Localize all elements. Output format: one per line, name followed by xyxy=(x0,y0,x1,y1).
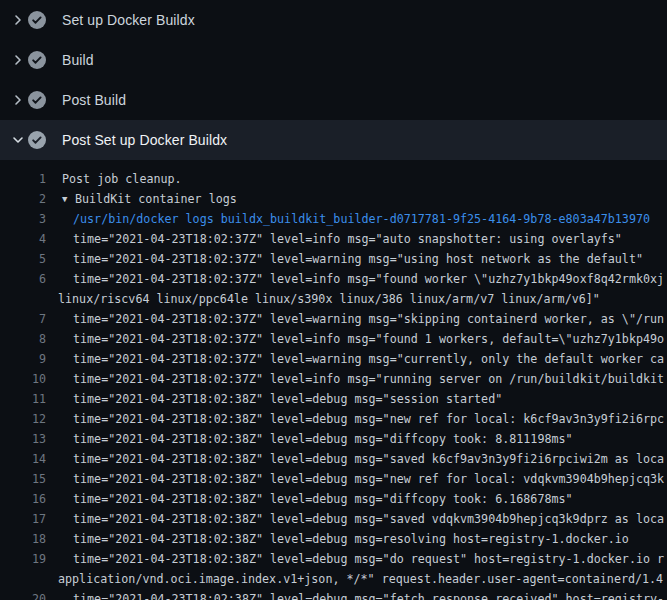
log-text: Post job cleanup. xyxy=(46,169,182,189)
line-number[interactable]: 10 xyxy=(0,369,46,389)
log-line: 10 time="2021-04-23T18:02:37Z" level=inf… xyxy=(0,369,667,389)
log-group-toggle[interactable]: ▼ BuildKit container logs xyxy=(46,189,237,209)
log-text: time="2021-04-23T18:02:37Z" level=info m… xyxy=(46,269,664,289)
line-number[interactable]: 15 xyxy=(0,469,46,489)
check-circle-icon xyxy=(28,91,46,109)
log-line: 2 ▼ BuildKit container logs xyxy=(0,189,667,209)
log-text: time="2021-04-23T18:02:37Z" level=info m… xyxy=(46,329,664,349)
log-text: time="2021-04-23T18:02:37Z" level=info m… xyxy=(46,369,664,389)
chevron-right-icon xyxy=(10,92,26,108)
log-line: 14 time="2021-04-23T18:02:38Z" level=deb… xyxy=(0,449,667,469)
log-line: 11 time="2021-04-23T18:02:38Z" level=deb… xyxy=(0,389,667,409)
line-number[interactable]: 16 xyxy=(0,489,46,509)
log-line: 12 time="2021-04-23T18:02:38Z" level=deb… xyxy=(0,409,667,429)
line-number[interactable]: 12 xyxy=(0,409,46,429)
log-line: 18 time="2021-04-23T18:02:38Z" level=deb… xyxy=(0,529,667,549)
log-line: 9 time="2021-04-23T18:02:37Z" level=warn… xyxy=(0,349,667,369)
line-number[interactable]: 11 xyxy=(0,389,46,409)
line-number[interactable]: 1 xyxy=(0,169,46,189)
log-text: time="2021-04-23T18:02:37Z" level=warnin… xyxy=(46,349,664,369)
log-line: 19 time="2021-04-23T18:02:38Z" level=deb… xyxy=(0,549,667,569)
log-text: time="2021-04-23T18:02:38Z" level=debug … xyxy=(46,529,629,549)
line-number xyxy=(0,289,46,309)
line-number[interactable]: 5 xyxy=(0,249,46,269)
line-number[interactable]: 2 xyxy=(0,189,46,209)
check-circle-icon xyxy=(28,131,46,149)
log-text: time="2021-04-23T18:02:37Z" level=warnin… xyxy=(46,309,664,329)
log-line: 16 time="2021-04-23T18:02:38Z" level=deb… xyxy=(0,489,667,509)
step-title: Post Build xyxy=(62,92,126,108)
step-title: Post Set up Docker Buildx xyxy=(62,132,227,148)
log-text: time="2021-04-23T18:02:38Z" level=debug … xyxy=(46,429,573,449)
log-text: time="2021-04-23T18:02:38Z" level=debug … xyxy=(46,449,664,469)
log-viewer: 1 Post job cleanup. 2 ▼ BuildKit contain… xyxy=(0,160,667,600)
log-line: 6 time="2021-04-23T18:02:37Z" level=info… xyxy=(0,269,667,289)
log-text: time="2021-04-23T18:02:38Z" level=debug … xyxy=(46,509,664,529)
log-line-wrap: linux/riscv64 linux/ppc64le linux/s390x … xyxy=(0,289,667,309)
check-circle-icon xyxy=(28,11,46,29)
check-circle-icon xyxy=(28,51,46,69)
log-text: time="2021-04-23T18:02:38Z" level=debug … xyxy=(46,489,573,509)
step-header-build[interactable]: Build xyxy=(0,40,667,80)
chevron-right-icon xyxy=(10,12,26,28)
chevron-right-icon xyxy=(10,52,26,68)
line-number xyxy=(0,569,46,589)
line-number[interactable]: 9 xyxy=(0,349,46,369)
log-line: 15 time="2021-04-23T18:02:38Z" level=deb… xyxy=(0,469,667,489)
step-header-post-set-up-docker-buildx[interactable]: Post Set up Docker Buildx xyxy=(0,120,667,160)
log-text: time="2021-04-23T18:02:38Z" level=debug … xyxy=(46,389,502,409)
line-number[interactable]: 6 xyxy=(0,269,46,289)
log-text: time="2021-04-23T18:02:38Z" level=debug … xyxy=(46,409,664,429)
log-line: 5 time="2021-04-23T18:02:37Z" level=warn… xyxy=(0,249,667,269)
log-line: 8 time="2021-04-23T18:02:37Z" level=info… xyxy=(0,329,667,349)
line-number[interactable]: 7 xyxy=(0,309,46,329)
line-number[interactable]: 14 xyxy=(0,449,46,469)
log-text: time="2021-04-23T18:02:38Z" level=debug … xyxy=(46,589,664,600)
log-line: 3 /usr/bin/docker logs buildx_buildkit_b… xyxy=(0,209,667,229)
log-line: 17 time="2021-04-23T18:02:38Z" level=deb… xyxy=(0,509,667,529)
line-number[interactable]: 4 xyxy=(0,229,46,249)
log-text: time="2021-04-23T18:02:37Z" level=warnin… xyxy=(46,249,643,269)
triangle-down-icon: ▼ xyxy=(62,189,75,209)
log-line: 20 time="2021-04-23T18:02:38Z" level=deb… xyxy=(0,589,667,600)
log-line: 7 time="2021-04-23T18:02:37Z" level=warn… xyxy=(0,309,667,329)
line-number[interactable]: 13 xyxy=(0,429,46,449)
log-line: 1 Post job cleanup. xyxy=(0,169,667,189)
log-line: 13 time="2021-04-23T18:02:38Z" level=deb… xyxy=(0,429,667,449)
line-number[interactable]: 19 xyxy=(0,549,46,569)
step-title: Build xyxy=(62,52,94,68)
line-number[interactable]: 17 xyxy=(0,509,46,529)
step-title: Set up Docker Buildx xyxy=(62,12,195,28)
step-header-set-up-docker-buildx[interactable]: Set up Docker Buildx xyxy=(0,0,667,40)
log-line: 4 time="2021-04-23T18:02:37Z" level=info… xyxy=(0,229,667,249)
log-group-label: BuildKit container logs xyxy=(75,189,237,209)
log-text: time="2021-04-23T18:02:37Z" level=info m… xyxy=(46,229,622,249)
line-number[interactable]: 3 xyxy=(0,209,46,229)
log-command-text: /usr/bin/docker logs buildx_buildkit_bui… xyxy=(46,209,650,229)
log-text: application/vnd.oci.image.index.v1+json,… xyxy=(46,569,663,589)
log-line-wrap: application/vnd.oci.image.index.v1+json,… xyxy=(0,569,667,589)
step-header-post-build[interactable]: Post Build xyxy=(0,80,667,120)
line-number[interactable]: 20 xyxy=(0,589,46,600)
log-text: time="2021-04-23T18:02:38Z" level=debug … xyxy=(46,469,664,489)
chevron-down-icon xyxy=(10,132,26,148)
log-text: linux/riscv64 linux/ppc64le linux/s390x … xyxy=(46,289,600,309)
log-text: time="2021-04-23T18:02:38Z" level=debug … xyxy=(46,549,664,569)
line-number[interactable]: 8 xyxy=(0,329,46,349)
line-number[interactable]: 18 xyxy=(0,529,46,549)
